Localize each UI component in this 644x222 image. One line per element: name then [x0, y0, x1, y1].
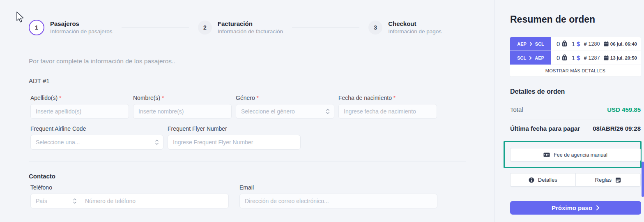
frequent-airline-code-label: Frequent Airline Code	[30, 125, 163, 132]
step-1-title: Pasajeros	[50, 20, 113, 28]
chevron-updown-icon	[326, 108, 330, 115]
chevron-updown-icon	[155, 139, 159, 146]
first-name-label: Nombre(s) *	[133, 95, 232, 101]
route-to: SCL	[535, 42, 544, 46]
gender-select[interactable]: Seleccione el género	[236, 104, 334, 119]
last-name-input[interactable]	[30, 104, 129, 119]
field-first-name: Nombre(s) *	[133, 95, 232, 119]
route-to: AEP	[535, 56, 544, 60]
scrollbar-thumb[interactable]	[642, 162, 644, 197]
step-checkout[interactable]: 3 Checkout Información de pagos	[368, 20, 442, 35]
order-summary-panel: Resumen de orden AEP SCL 0 1$ #1280 06 j…	[494, 0, 644, 222]
step-pasajeros[interactable]: 1 Pasajeros Información de pasajeros	[29, 20, 113, 35]
flight-row-outbound: AEP SCL 0 1$ #1280 06 jul. 06:40	[510, 37, 641, 51]
due-date-label: Última fecha para pagar	[510, 125, 580, 132]
summary-divider	[510, 120, 641, 120]
show-more-details-button[interactable]: MOSTRAR MÁS DETALLES	[510, 65, 641, 76]
phone-label: Teléfono	[30, 184, 229, 191]
birth-date-input[interactable]	[338, 104, 437, 119]
step-2-circle: 2	[198, 21, 212, 35]
chevron-right-icon	[529, 56, 532, 60]
phone-country-select[interactable]: País	[31, 194, 80, 208]
last-name-label: Apellido(s) *	[30, 95, 129, 101]
calendar-icon	[604, 41, 609, 46]
rules-button[interactable]: Reglas	[575, 173, 641, 187]
passenger-count: 1	[572, 40, 575, 47]
gender-label: Género *	[236, 95, 334, 101]
birth-date-label: Fecha de nacimiento *	[338, 95, 437, 101]
email-label: Email	[239, 184, 437, 191]
rules-icon	[615, 177, 621, 183]
details-button[interactable]: Detalles	[510, 173, 575, 187]
step-3-subtitle: Información de pagos	[388, 28, 442, 35]
mouse-cursor-icon	[16, 11, 25, 23]
phone-number-input[interactable]	[80, 194, 228, 208]
route-badge: AEP SCL	[510, 37, 551, 51]
bag-icon	[561, 40, 568, 47]
next-step-button[interactable]: Próximo paso	[510, 201, 641, 215]
step-3-circle: 3	[368, 21, 382, 35]
required-mark: *	[393, 95, 396, 101]
step-3-title: Checkout	[388, 20, 442, 28]
flight-datetime: 13 jul. 20:50	[610, 56, 637, 60]
hash-icon: #	[584, 41, 587, 47]
total-row: Total USD 459.85	[510, 106, 641, 113]
flight-number: 1280	[589, 41, 600, 47]
manual-agency-fee-button[interactable]: Fee de agencia manual	[510, 148, 641, 162]
due-date-row: Última fecha para pagar 08/ABR/26 09:28	[510, 125, 641, 132]
total-value: USD 459.85	[607, 106, 641, 113]
first-name-input[interactable]	[133, 104, 232, 119]
frequent-flyer-number-input[interactable]	[168, 135, 301, 150]
manual-agency-fee-label: Fee de agencia manual	[554, 152, 607, 158]
flight-number: 1287	[589, 55, 600, 61]
section-divider	[29, 162, 466, 162]
rules-button-label: Reglas	[595, 177, 612, 183]
required-mark: *	[162, 95, 164, 101]
passenger-form-panel: 1 Pasajeros Información de pasajeros 2 F…	[0, 0, 494, 222]
field-last-name: Apellido(s) *	[30, 95, 129, 119]
field-gender: Género * Seleccione el género	[236, 95, 334, 119]
info-icon	[529, 177, 534, 183]
chevron-right-icon	[529, 42, 532, 46]
gender-select-value: Seleccione el género	[241, 108, 295, 115]
route-from: SCL	[517, 56, 526, 60]
step-connector	[292, 28, 359, 28]
contact-heading: Contacto	[29, 173, 55, 180]
field-frequent-airline-code: Frequent Airline Code Seleccione una...	[30, 125, 163, 150]
step-connector	[122, 28, 189, 28]
details-rules-row: Detalles Reglas	[510, 173, 641, 187]
calendar-icon	[604, 55, 609, 60]
email-input[interactable]	[239, 194, 437, 208]
step-facturacion[interactable]: 2 Facturación Información de facturación	[198, 20, 283, 35]
frequent-flyer-number-label: Frequent Flyer Number	[168, 125, 301, 132]
field-birth-date: Fecha de nacimiento *	[338, 95, 437, 119]
phone-country-value: País	[36, 198, 47, 204]
frequent-flyer-row: Frequent Airline Code Seleccione una... …	[30, 125, 301, 150]
bag-count: 0	[557, 54, 560, 61]
field-frequent-flyer-number: Frequent Flyer Number	[168, 125, 301, 150]
step-1-subtitle: Información de pasajeros	[50, 28, 113, 35]
phone-field: País	[30, 194, 229, 208]
flight-summary-card: AEP SCL 0 1$ #1280 06 jul. 06:40 SCL AEP…	[510, 37, 641, 76]
money-icon	[543, 153, 550, 157]
chevron-updown-icon	[73, 198, 77, 204]
step-1-circle: 1	[29, 20, 44, 35]
step-2-subtitle: Información de facturación	[218, 28, 283, 35]
bag-icon	[561, 54, 568, 61]
field-email: Email	[239, 184, 437, 208]
passenger-heading: ADT #1	[29, 77, 50, 84]
required-mark: *	[257, 95, 259, 101]
step-2-title: Facturación	[218, 20, 283, 28]
order-summary-title: Resumen de orden	[510, 14, 595, 25]
field-phone: Teléfono País	[30, 184, 229, 208]
hash-icon: #	[584, 55, 587, 61]
frequent-airline-code-select[interactable]: Seleccione una...	[30, 135, 163, 150]
flight-row-return: SCL AEP 0 1$ #1287 13 jul. 20:50	[510, 51, 641, 65]
route-badge: SCL AEP	[510, 51, 551, 65]
chevron-right-icon	[596, 205, 600, 210]
form-intro-text: Por favor complete la información de los…	[29, 58, 175, 65]
total-label: Total	[510, 106, 523, 113]
order-details-heading: Detalles de orden	[510, 88, 565, 95]
bag-count: 0	[557, 40, 560, 47]
passenger-fields-row: Apellido(s) * Nombre(s) * Género * Selec…	[30, 95, 437, 119]
